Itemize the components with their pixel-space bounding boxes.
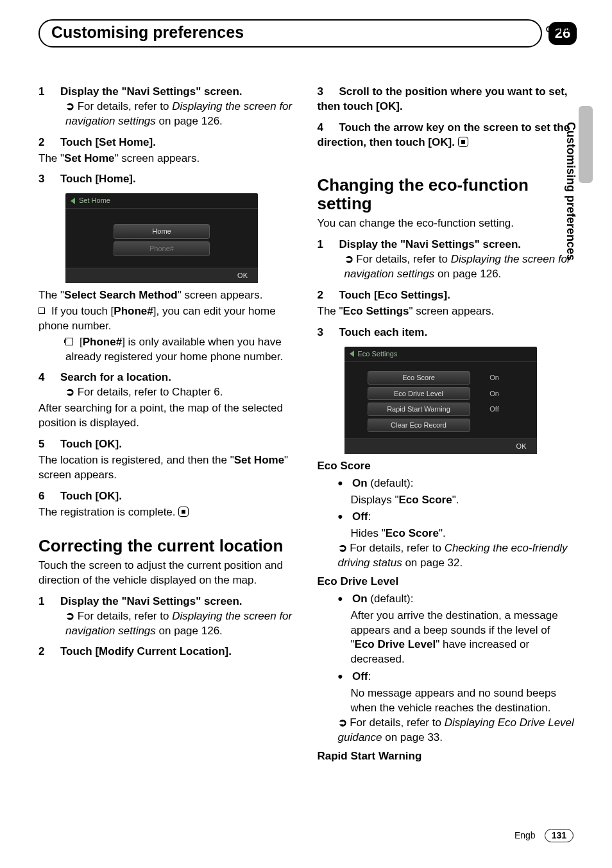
ref-text: For details, refer to: [356, 253, 450, 265]
back-icon[interactable]: [71, 198, 75, 204]
option-suffix: (default):: [368, 593, 414, 605]
body-text: ".: [452, 494, 459, 506]
ref-text: For details, refer to Chapter 6.: [78, 386, 223, 398]
phone-button[interactable]: Phone#: [114, 241, 210, 256]
step-title: Touch [OK].: [60, 438, 122, 450]
ref-text: For details, refer to: [78, 100, 172, 112]
step-number: 4: [38, 370, 60, 385]
chapter-header: Customising preferences 26: [38, 19, 577, 48]
step-number: 1: [38, 85, 60, 100]
screenshot-eco-settings: Eco Settings Eco ScoreOn Eco Drive Level…: [344, 347, 537, 454]
home-button[interactable]: Home: [114, 224, 210, 239]
ref-arrow-icon: ➲: [338, 716, 350, 729]
step-number: 6: [38, 489, 60, 504]
sub-heading: Eco Score: [318, 459, 577, 474]
eco-drive-level-button[interactable]: Eco Drive Level: [368, 387, 470, 401]
step-title: Touch [Home].: [60, 173, 136, 185]
side-section-label: Customising preferences: [563, 122, 579, 261]
step-title: Scroll to the position where you want to…: [318, 85, 568, 112]
body-bold: Set Home: [234, 454, 284, 466]
note-icon: [65, 338, 73, 345]
step-title: Display the "Navi Settings" screen.: [339, 238, 522, 250]
step-number: 5: [38, 437, 60, 452]
page-number: 131: [545, 829, 574, 842]
screenshot-set-home: Set Home Home Phone# OK: [65, 193, 258, 282]
ref-arrow-icon: ➲: [65, 100, 78, 112]
section-heading: Changing the eco-function setting: [318, 176, 577, 214]
step-number: 3: [318, 326, 339, 340]
body-text: " screen appears.: [409, 305, 495, 317]
page-footer: Engb 131: [514, 829, 574, 842]
option-suffix: (default):: [368, 477, 414, 489]
ok-button[interactable]: OK: [516, 442, 527, 450]
ref-arrow-icon: ➲: [65, 610, 78, 622]
body-text: No message appears and no sound beeps wh…: [351, 686, 577, 716]
body-text: The location is registered, and then the…: [38, 454, 234, 466]
chapter-label: Chapter: [546, 24, 575, 35]
end-mark-icon: [178, 507, 189, 517]
sub-heading: Eco Drive Level: [318, 575, 577, 589]
step-title: Display the "Navi Settings" screen.: [60, 85, 242, 98]
step-number: 1: [38, 595, 60, 609]
screenshot-title: Eco Settings: [358, 349, 398, 359]
body-bold: Select Search Method: [64, 289, 178, 301]
ref-text: on page 33.: [382, 731, 443, 743]
ref-text: on page 126.: [156, 115, 223, 127]
ref-text: on page 126.: [434, 268, 501, 280]
body-bold: Eco Score: [386, 527, 439, 539]
section-heading: Correcting the current location: [38, 537, 298, 556]
step-title: Touch [OK].: [60, 490, 122, 502]
eco-score-value: On: [475, 373, 514, 383]
body-text: The registration is complete.: [38, 506, 176, 518]
body-text: " screen appears.: [114, 152, 200, 164]
footer-lang: Engb: [514, 829, 536, 842]
body-text: The ": [318, 305, 343, 317]
ref-text: For details, refer to: [350, 716, 444, 729]
ref-text: on page 126.: [156, 625, 223, 637]
screenshot-title: Set Home: [79, 196, 110, 205]
eco-drive-level-value: On: [475, 389, 514, 399]
step-number: 4: [318, 121, 339, 135]
back-icon[interactable]: [350, 351, 354, 357]
ref-text: For details, refer to: [350, 542, 444, 554]
clear-eco-record-button[interactable]: Clear Eco Record: [368, 419, 470, 432]
body-text: " screen appears.: [178, 289, 263, 301]
eco-score-button[interactable]: Eco Score: [368, 371, 470, 385]
option-label: Off: [352, 670, 368, 682]
ok-button[interactable]: OK: [237, 272, 248, 279]
left-column: 1Display the "Navi Settings" screen. ➲ F…: [38, 78, 298, 764]
option-label: On: [352, 593, 368, 605]
rapid-start-warning-value: Off: [475, 404, 514, 414]
step-title: Touch [Eco Settings].: [339, 289, 450, 301]
side-tab: [579, 106, 593, 183]
ref-text: on page 32.: [402, 557, 463, 569]
body-bold: Eco Settings: [343, 305, 409, 317]
step-title: Search for a location.: [60, 371, 171, 383]
body-bold: Phone#: [83, 336, 122, 348]
list-item: Off: No message appears and no sound bee…: [351, 667, 577, 716]
option-label: On: [352, 477, 368, 489]
body-text: Displays ": [351, 494, 399, 506]
step-number: 2: [38, 645, 60, 659]
step-number: 2: [318, 288, 339, 303]
body-text: The ": [38, 152, 64, 164]
body-text: Hides ": [351, 527, 386, 539]
end-mark-icon: [458, 137, 468, 147]
body-text: ".: [439, 527, 446, 539]
step-title: Touch [Modify Current Location].: [60, 645, 232, 657]
option-label: Off: [352, 510, 368, 523]
body-bold: Phone#: [114, 305, 153, 317]
body-bold: Eco Score: [399, 494, 452, 506]
step-number: 2: [38, 135, 60, 150]
option-suffix: :: [368, 510, 371, 523]
ref-text: For details, refer to: [78, 610, 172, 622]
step-number: 1: [318, 238, 339, 252]
step-number: 3: [38, 172, 60, 187]
right-column: 3Scroll to the position where you want t…: [318, 78, 577, 764]
body-text: After searching for a point, the map of …: [38, 401, 298, 431]
section-intro: You can change the eco-function setting.: [318, 216, 577, 231]
rapid-start-warning-button[interactable]: Rapid Start Warning: [368, 403, 470, 416]
body-text: If you touch [: [51, 305, 114, 317]
section-intro: Touch the screen to adjust the current p…: [38, 559, 298, 588]
ref-arrow-icon: ➲: [65, 386, 78, 398]
